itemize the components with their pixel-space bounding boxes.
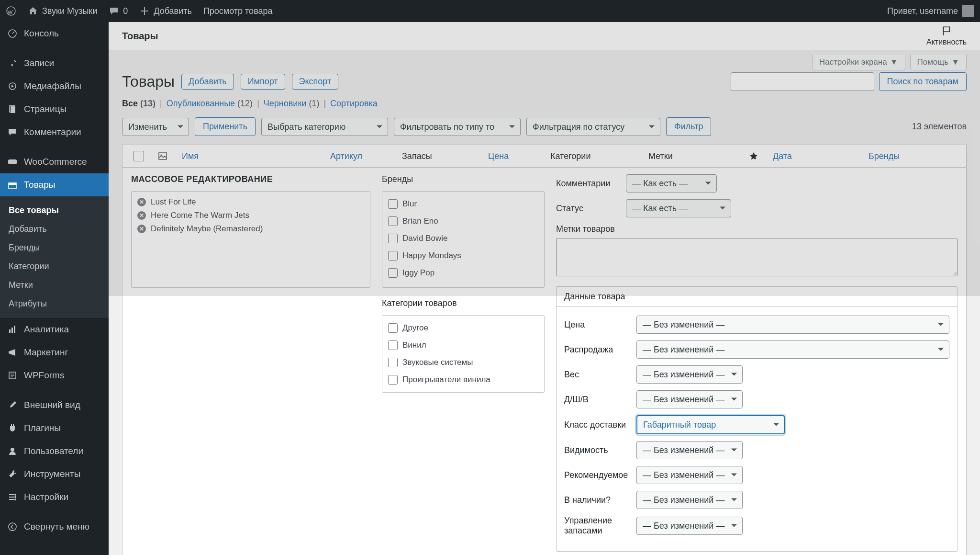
brand-checkbox[interactable] [388,216,398,226]
shipping-class-select[interactable]: Габаритный товар [636,415,785,434]
product-type-filter-select[interactable]: Фильтровать по типу то [394,118,521,136]
svg-point-15 [14,498,16,500]
collapse-icon [7,521,18,532]
svg-rect-18 [159,153,167,159]
import-button[interactable]: Импорт [241,74,285,90]
admin-bar: Звуки Музыки 0 Добавить Просмотр товара … [0,0,980,22]
brand-checkbox[interactable] [388,199,398,209]
menu-marketing[interactable]: Маркетинг [0,341,109,364]
menu-woocommerce[interactable]: WooCommerce [0,150,109,173]
remove-item-icon[interactable]: ✕ [137,198,146,206]
submenu-brands[interactable]: Бренды [0,238,109,257]
menu-media[interactable]: Медиафайлы [0,75,109,98]
tags-textarea[interactable] [556,238,958,276]
category-label: Звуковые системы [402,358,473,367]
filter-all[interactable]: Все (13) [122,99,156,108]
visibility-select[interactable]: — Без изменений — [636,441,743,459]
menu-users[interactable]: Пользователи [0,440,109,463]
category-checkbox[interactable] [388,375,398,385]
brand-checkbox[interactable] [388,234,398,243]
col-stock: Запасы [397,151,483,161]
add-new-link[interactable]: Добавить [139,6,192,16]
bulk-item-label: Definitely Maybe (Remastered) [151,224,263,234]
col-name[interactable]: Имя [177,151,325,161]
brand-checkbox[interactable] [388,251,398,261]
menu-analytics[interactable]: Аналитика [0,318,109,341]
menu-tools[interactable]: Инструменты [0,463,109,486]
submenu-categories[interactable]: Категории [0,257,109,276]
shipping-class-label: Класс доставки [564,420,629,430]
menu-plugins[interactable]: Плагины [0,417,109,440]
remove-item-icon[interactable]: ✕ [137,211,146,220]
instock-select[interactable]: — Без изменений — [636,491,743,509]
comments-link[interactable]: 0 [109,6,128,16]
activity-label: Активность [926,38,967,46]
menu-appearance[interactable]: Внешний вид [0,394,109,417]
col-date[interactable]: Дата [768,151,864,161]
col-price[interactable]: Цена [483,151,546,161]
menu-pages[interactable]: Страницы [0,98,109,121]
wp-logo[interactable] [6,6,16,16]
category-checkbox[interactable] [388,340,398,350]
menu-collapse[interactable]: Свернуть меню [0,515,109,538]
remove-item-icon[interactable]: ✕ [137,225,146,233]
filter-drafts[interactable]: Черновики (1) [264,99,320,108]
view-product-link[interactable]: Просмотр товара [203,6,273,16]
brand-option[interactable]: Blur [388,195,538,213]
search-input[interactable] [731,72,874,91]
category-option[interactable]: Другое [388,319,538,337]
select-all-checkbox[interactable] [134,151,144,161]
add-product-button[interactable]: Добавить [181,74,234,90]
apply-button[interactable]: Применить [195,117,256,136]
brand-option[interactable]: Iggy Pop [388,264,538,282]
menu-products[interactable]: Товары [0,173,109,196]
sale-select[interactable]: — Без изменений — [636,340,949,359]
category-option[interactable]: Звуковые системы [388,354,538,371]
export-button[interactable]: Экспорт [292,74,339,90]
category-checkbox[interactable] [388,358,398,367]
filter-sort[interactable]: Сортировка [330,99,378,108]
screen-options-button[interactable]: Настройки экрана ▼ [812,55,905,70]
status-filter-select[interactable]: Фильтрация по статусу [526,118,660,136]
menu-posts[interactable]: Записи [0,52,109,75]
dims-select[interactable]: — Без изменений — [636,390,743,408]
col-sku[interactable]: Артикул [325,151,397,161]
brand-option[interactable]: Brian Eno [388,213,538,230]
bulk-edit-title: МАССОВОЕ РЕДАКТИРОВАНИЕ [131,174,370,184]
menu-label: Страницы [24,104,67,114]
menu-label: Внешний вид [24,400,80,410]
category-checkbox[interactable] [388,323,398,333]
submenu-all-products[interactable]: Все товары [0,201,109,220]
comments-select[interactable]: — Как есть — [626,174,717,193]
category-filter-select[interactable]: Выбрать категорию [261,118,388,136]
menu-wpforms[interactable]: WPForms [0,364,109,387]
brand-option[interactable]: Happy Mondays [388,247,538,264]
categories-checklist: Другое Винил Звуковые системы Проигрыват… [382,315,545,393]
weight-select[interactable]: — Без изменений — [636,365,743,384]
submenu-tags[interactable]: Метки [0,276,109,294]
selected-items-box: ✕Lust For Life ✕Here Come The Warm Jets … [131,191,370,288]
category-option[interactable]: Винил [388,337,538,354]
brand-option[interactable]: David Bowie [388,230,538,247]
price-select[interactable]: — Без изменений — [636,316,949,334]
submenu-attributes[interactable]: Атрибуты [0,294,109,313]
filter-published[interactable]: Опубликованные (12) [167,99,253,108]
category-option[interactable]: Проигрыватели винила [388,371,538,388]
svg-rect-7 [9,183,16,185]
featured-select[interactable]: — Без изменений — [636,466,743,484]
activity-button[interactable]: Активность [926,25,967,46]
managestock-select[interactable]: — Без изменений — [636,517,743,535]
menu-comments[interactable]: Комментарии [0,121,109,144]
help-button[interactable]: Помощь ▼ [910,55,967,70]
user-greeting[interactable]: Привет, username [887,5,974,17]
filter-button[interactable]: Фильтр [666,117,711,136]
submenu-add[interactable]: Добавить [0,220,109,238]
col-brands[interactable]: Бренды [864,151,959,161]
menu-dashboard[interactable]: Консоль [0,22,109,45]
brand-checkbox[interactable] [388,268,398,278]
site-name[interactable]: Звуки Музыки [28,6,97,16]
search-button[interactable]: Поиск по товарам [879,72,967,91]
bulk-action-select[interactable]: Изменить [122,118,189,136]
status-select[interactable]: — Как есть — [626,199,731,217]
menu-settings[interactable]: Настройки [0,486,109,509]
